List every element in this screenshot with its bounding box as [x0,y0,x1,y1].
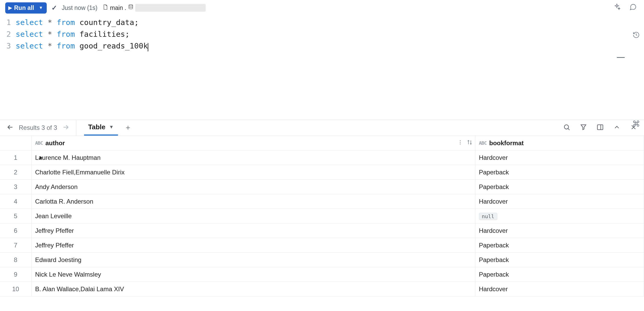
column-name: bookformat [489,139,524,147]
check-icon: ✓ [51,4,57,12]
table-row[interactable]: 9Nick Le Neve WalmsleyPaperback [0,267,644,282]
table-row[interactable]: 2Charlotte Fiell,Emmanuelle DirixPaperba… [0,165,644,180]
code-line[interactable]: 2select * from facilities; [0,28,644,40]
panel-toggle-button[interactable] [595,123,605,133]
cell-author[interactable]: Nick Le Neve Walmsley [31,267,475,282]
results-table-wrap: ABC author ABC bookf [0,136,644,297]
cell-bookformat[interactable]: Hardcover [475,194,644,209]
database-context[interactable]: main . [102,4,205,12]
column-header-bookformat[interactable]: ABC bookformat [475,136,644,150]
cell-author[interactable]: Jean Leveille [31,209,475,223]
context-main-label: main [110,4,123,11]
editor-toolbar: ▶ Run all ▼ ✓ Just now (1s) main . [0,0,644,16]
cell-bookformat[interactable]: Paperback [475,165,644,180]
results-nav: Results 3 of 3 [0,120,76,136]
table-row[interactable]: 10B. Alan Wallace,Dalai Lama XIVHardcove… [0,282,644,296]
run-all-button[interactable]: ▶ Run all ▼ [5,2,47,14]
type-icon: ABC [35,140,43,146]
chevron-down-icon: ▼ [39,5,43,10]
tab-table[interactable]: Table ▼ [84,120,118,136]
table-row[interactable]: 7Jeffrey PfefferPaperback [0,238,644,253]
add-tab-button[interactable]: + [126,123,131,132]
cell-bookformat[interactable]: Paperback [475,180,644,194]
svg-point-4 [460,142,460,143]
sql-editor[interactable]: 1select * from country_data;2select * fr… [0,16,644,52]
null-pill: null [479,213,497,220]
svg-point-5 [460,144,460,144]
row-number: 1 [0,150,31,165]
cell-bookformat[interactable]: Hardcover [475,282,644,296]
table-row[interactable]: 1Laurence M. HauptmanHardcover [0,150,644,165]
cell-bookformat[interactable]: null [475,209,644,223]
sparkle-icon[interactable] [611,2,623,13]
results-toolbar-right [562,123,644,133]
sort-icon[interactable] [467,139,472,147]
cell-bookformat[interactable]: Hardcover [475,150,644,165]
collapse-icon[interactable]: — [617,53,625,62]
results-header: Results 3 of 3 Table ▼ + [0,120,644,136]
line-number: 1 [0,17,16,28]
row-number: 3 [0,180,31,194]
rownum-header [0,136,31,150]
cell-author[interactable]: Carlotta R. Anderson [31,194,475,209]
row-number: 7 [0,238,31,253]
line-number: 2 [0,28,16,40]
tab-label: Table [88,123,105,131]
prev-result-button[interactable] [5,122,15,133]
cell-author[interactable]: Jeffrey Pfeffer [31,238,475,253]
run-button-label: Run all [14,4,34,11]
run-status-text: Just now (1s) [62,4,98,11]
comment-icon[interactable] [627,2,639,13]
svg-point-1 [564,125,569,129]
table-row[interactable]: 5Jean Leveillenull [0,209,644,223]
database-icon [128,4,134,11]
history-icon[interactable] [633,31,640,40]
line-number: 3 [0,40,16,52]
row-number: 4 [0,194,31,209]
row-number: 5 [0,209,31,223]
search-button[interactable] [562,123,571,133]
play-icon: ▶ [8,5,12,11]
file-icon [102,4,108,12]
type-icon: ABC [479,140,487,146]
code-line[interactable]: 3select * from good_reads_100k [0,40,644,52]
table-row[interactable]: 4Carlotta R. AndersonHardcover [0,194,644,209]
cell-author[interactable]: B. Alan Wallace,Dalai Lama XIV [31,282,475,296]
cell-bookformat[interactable]: Paperback [475,238,644,253]
svg-rect-2 [598,125,603,130]
table-row[interactable]: 3Andy AndersonPaperback [0,180,644,194]
code-content[interactable]: select * from country_data; [16,17,139,28]
cell-author[interactable]: Jeffrey Pfeffer [31,223,475,238]
cell-bookformat[interactable]: Paperback [475,267,644,282]
row-number: 8 [0,253,31,267]
row-number: 6 [0,223,31,238]
command-icon[interactable] [633,120,640,129]
code-line[interactable]: 1select * from country_data; [0,17,644,28]
text-cursor [148,43,148,51]
cell-author[interactable]: Charlotte Fiell,Emmanuelle Dirix [31,165,475,180]
next-result-button[interactable] [61,122,71,133]
cell-author[interactable]: Laurence M. Hauptman [31,150,475,165]
cell-bookformat[interactable]: Hardcover [475,223,644,238]
row-number: 9 [0,267,31,282]
column-header-author[interactable]: ABC author [31,136,475,150]
cell-bookformat[interactable]: Paperback [475,253,644,267]
column-name: author [45,139,65,147]
code-content[interactable]: select * from facilities; [16,28,130,40]
cell-author[interactable]: Andy Anderson [31,180,475,194]
results-count-label: Results 3 of 3 [19,124,57,131]
redacted-db-name [135,4,206,12]
results-table: ABC author ABC bookf [0,136,644,297]
cell-author[interactable]: Edward Joesting [31,253,475,267]
context-separator: . [125,4,126,11]
code-content[interactable]: select * from good_reads_100k [16,40,148,52]
table-row[interactable]: 6Jeffrey PfefferHardcover [0,223,644,238]
filter-button[interactable] [579,123,588,133]
table-row[interactable]: 8Edward JoestingPaperback [0,253,644,267]
column-menu-icon[interactable] [457,139,463,147]
row-number: 10 [0,282,31,296]
row-number: 2 [0,165,31,180]
results-tabs: Table ▼ + [76,120,130,136]
svg-point-3 [460,140,460,141]
expand-button[interactable] [612,123,622,133]
